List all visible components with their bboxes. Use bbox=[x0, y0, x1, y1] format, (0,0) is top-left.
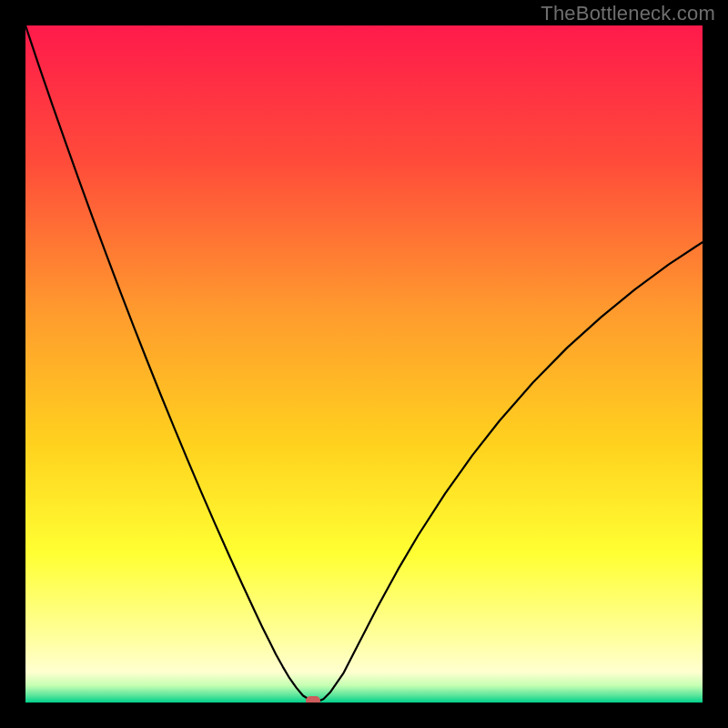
chart-stage: TheBottleneck.com bbox=[0, 0, 728, 728]
gradient-background bbox=[25, 25, 703, 703]
gradient-and-curve bbox=[25, 25, 703, 703]
plot-area bbox=[25, 25, 703, 703]
minimum-marker bbox=[306, 696, 320, 703]
watermark-text: TheBottleneck.com bbox=[541, 2, 715, 25]
